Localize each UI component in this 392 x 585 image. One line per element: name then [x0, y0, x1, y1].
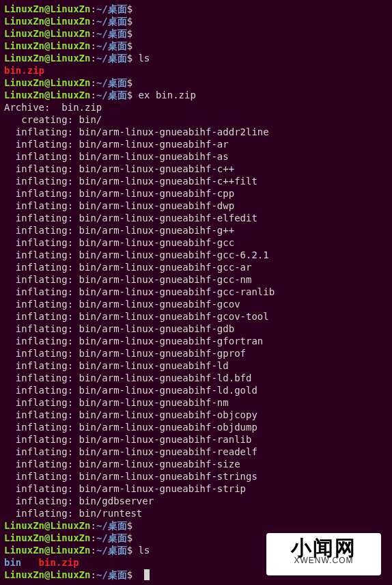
output-line: inflating: bin/arm-linux-gnueabihf-gprof: [4, 347, 388, 359]
prompt-user: LinuxZn@LinuxZn: [4, 16, 90, 27]
prompt-colon: :: [90, 3, 96, 14]
output-line: inflating: bin/arm-linux-gnueabihf-gcov: [4, 298, 388, 310]
file-binzip: bin.zip: [39, 557, 79, 568]
output-line: inflating: bin/arm-linux-gnueabihf-addr2…: [4, 126, 388, 138]
output-line: inflating: bin/arm-linux-gnueabihf-reade…: [4, 446, 388, 458]
output-line: inflating: bin/arm-linux-gnueabihf-as: [4, 150, 388, 163]
prompt-dollar: $: [127, 40, 132, 51]
prompt-user: LinuxZn@LinuxZn: [4, 90, 90, 100]
output-line: inflating: bin/arm-linux-gnueabihf-ld.bf…: [4, 372, 388, 384]
prompt-line: LinuxZn@LinuxZn:~/桌面$: [4, 27, 388, 40]
prompt-path: ~/桌面: [96, 28, 127, 39]
output-line: inflating: bin/runtest: [4, 507, 388, 519]
output-line: inflating: bin/arm-linux-gnueabihf-objco…: [4, 409, 388, 421]
output-line: inflating: bin/arm-linux-gnueabihf-c++: [4, 163, 388, 175]
prompt-line: LinuxZn@LinuxZn:~/桌面$ ex bin.zip: [4, 89, 388, 101]
watermark: 小闻网 XWENW.COM: [266, 533, 381, 575]
prompt-user: LinuxZn@LinuxZn: [4, 3, 90, 14]
prompt-line: LinuxZn@LinuxZn:~/桌面$: [4, 519, 388, 532]
prompt-user: LinuxZn@LinuxZn: [4, 569, 90, 580]
command-text: ex bin.zip: [132, 90, 196, 100]
prompt-line: LinuxZn@LinuxZn:~/桌面$: [4, 3, 388, 15]
output-line: inflating: bin/arm-linux-gnueabihf-objdu…: [4, 421, 388, 433]
prompt-user: LinuxZn@LinuxZn: [4, 40, 90, 51]
prompt-path: ~/桌面: [96, 520, 127, 531]
output-line: inflating: bin/arm-linux-gnueabihf-ranli…: [4, 433, 388, 446]
prompt-colon: :: [90, 77, 96, 88]
dir-bin: bin: [4, 557, 21, 568]
watermark-subtitle: XWENW.COM: [294, 554, 354, 567]
command-text: ls: [132, 545, 150, 556]
prompt-dollar: $: [127, 569, 132, 580]
prompt-user: LinuxZn@LinuxZn: [4, 28, 90, 39]
output-line: inflating: bin/arm-linux-gnueabihf-gcc-a…: [4, 261, 388, 273]
prompt-line: LinuxZn@LinuxZn:~/桌面$: [4, 77, 388, 89]
prompt-path: ~/桌面: [96, 532, 127, 543]
prompt-user: LinuxZn@LinuxZn: [4, 532, 90, 543]
prompt-dollar: $: [127, 28, 132, 39]
file-binzip: bin.zip: [4, 65, 44, 76]
prompt-dollar: $: [127, 545, 132, 556]
output-line: inflating: bin/arm-linux-gnueabihf-nm: [4, 396, 388, 409]
prompt-colon: :: [90, 28, 96, 39]
prompt-dollar: $: [127, 532, 132, 543]
cursor: [144, 569, 150, 580]
output-line: inflating: bin/arm-linux-gnueabihf-ld.go…: [4, 384, 388, 396]
output-line: inflating: bin/arm-linux-gnueabihf-strin…: [4, 470, 388, 482]
output-line: inflating: bin/arm-linux-gnueabihf-ld: [4, 359, 388, 372]
prompt-dollar: $: [127, 77, 132, 88]
watermark-title: 小闻网: [291, 542, 356, 554]
prompt-colon: :: [90, 532, 96, 543]
prompt-path: ~/桌面: [96, 90, 127, 100]
prompt-path: ~/桌面: [96, 40, 127, 51]
prompt-line: LinuxZn@LinuxZn:~/桌面$: [4, 15, 388, 27]
output-line: inflating: bin/arm-linux-gnueabihf-cpp: [4, 187, 388, 200]
output-line: inflating: bin/arm-linux-gnueabihf-gdb: [4, 323, 388, 335]
prompt-dollar: $: [127, 16, 132, 27]
output-line: inflating: bin/arm-linux-gnueabihf-gfort…: [4, 335, 388, 347]
terminal-output[interactable]: LinuxZn@LinuxZn:~/桌面$LinuxZn@LinuxZn:~/桌…: [4, 3, 388, 581]
prompt-path: ~/桌面: [96, 3, 127, 14]
output-line: inflating: bin/arm-linux-gnueabihf-gcc: [4, 236, 388, 249]
command-text: ls: [132, 53, 150, 64]
prompt-dollar: $: [127, 520, 132, 531]
command-text: [132, 569, 138, 580]
ls-output-line: bin.zip: [4, 64, 388, 77]
output-line: inflating: bin/arm-linux-gnueabihf-g++: [4, 224, 388, 236]
prompt-colon: :: [90, 569, 96, 580]
prompt-user: LinuxZn@LinuxZn: [4, 545, 90, 556]
output-line: inflating: bin/arm-linux-gnueabihf-ar: [4, 138, 388, 150]
output-line: inflating: bin/arm-linux-gnueabihf-gcc-6…: [4, 249, 388, 261]
prompt-colon: :: [90, 40, 96, 51]
prompt-colon: :: [90, 90, 96, 100]
prompt-dollar: $: [127, 90, 132, 100]
output-line: inflating: bin/arm-linux-gnueabihf-c++fi…: [4, 175, 388, 187]
prompt-colon: :: [90, 53, 96, 64]
prompt-path: ~/桌面: [96, 545, 127, 556]
prompt-user: LinuxZn@LinuxZn: [4, 53, 90, 64]
output-line: inflating: bin/arm-linux-gnueabihf-gcov-…: [4, 310, 388, 323]
output-line: creating: bin/: [4, 113, 388, 126]
output-line: inflating: bin/arm-linux-gnueabihf-strip: [4, 482, 388, 495]
prompt-dollar: $: [127, 3, 132, 14]
output-line: inflating: bin/arm-linux-gnueabihf-dwp: [4, 200, 388, 212]
prompt-path: ~/桌面: [96, 16, 127, 27]
prompt-line: LinuxZn@LinuxZn:~/桌面$: [4, 40, 388, 52]
prompt-path: ~/桌面: [96, 569, 127, 580]
prompt-user: LinuxZn@LinuxZn: [4, 77, 90, 88]
prompt-colon: :: [90, 545, 96, 556]
output-line: inflating: bin/arm-linux-gnueabihf-elfed…: [4, 212, 388, 224]
prompt-dollar: $: [127, 53, 132, 64]
output-line: inflating: bin/arm-linux-gnueabihf-size: [4, 458, 388, 470]
output-line: Archive: bin.zip: [4, 101, 388, 113]
prompt-colon: :: [90, 520, 96, 531]
prompt-path: ~/桌面: [96, 53, 127, 64]
prompt-path: ~/桌面: [96, 77, 127, 88]
output-line: inflating: bin/arm-linux-gnueabihf-gcc-r…: [4, 286, 388, 298]
output-line: inflating: bin/gdbserver: [4, 495, 388, 507]
prompt-user: LinuxZn@LinuxZn: [4, 520, 90, 531]
prompt-colon: :: [90, 16, 96, 27]
prompt-line: LinuxZn@LinuxZn:~/桌面$ ls: [4, 52, 388, 64]
output-line: inflating: bin/arm-linux-gnueabihf-gcc-n…: [4, 273, 388, 286]
